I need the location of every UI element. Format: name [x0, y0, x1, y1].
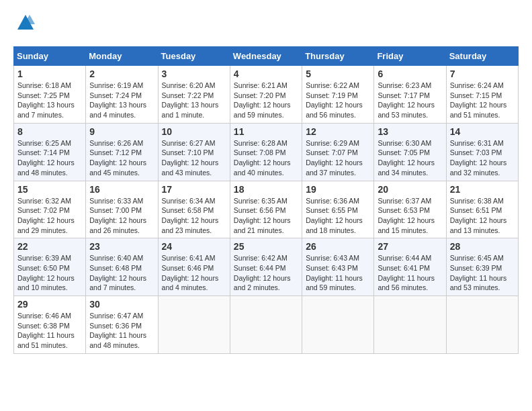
calendar-cell: [230, 296, 302, 354]
calendar-week-row: 29Sunrise: 6:46 AMSunset: 6:38 PMDayligh…: [14, 296, 519, 354]
column-header-saturday: Saturday: [446, 47, 518, 66]
day-number: 15: [17, 184, 82, 195]
day-info: Sunrise: 6:20 AMSunset: 7:22 PMDaylight:…: [162, 81, 226, 120]
column-header-friday: Friday: [374, 47, 446, 66]
calendar-cell: 10Sunrise: 6:27 AMSunset: 7:10 PMDayligh…: [158, 123, 230, 181]
day-info: Sunrise: 6:40 AMSunset: 6:48 PMDaylight:…: [89, 253, 154, 293]
calendar: SundayMondayTuesdayWednesdayThursdayFrid…: [13, 46, 519, 354]
day-number: 9: [89, 126, 154, 137]
day-info: Sunrise: 6:46 AMSunset: 6:38 PMDaylight:…: [17, 311, 82, 351]
calendar-cell: 29Sunrise: 6:46 AMSunset: 6:38 PMDayligh…: [14, 296, 86, 354]
column-header-thursday: Thursday: [302, 47, 374, 66]
calendar-cell: 15Sunrise: 6:32 AMSunset: 7:02 PMDayligh…: [14, 181, 86, 238]
day-info: Sunrise: 6:31 AMSunset: 7:03 PMDaylight:…: [450, 138, 515, 178]
day-info: Sunrise: 6:32 AMSunset: 7:02 PMDaylight:…: [17, 196, 82, 236]
day-number: 10: [162, 126, 226, 137]
day-number: 24: [162, 241, 226, 252]
calendar-cell: 14Sunrise: 6:31 AMSunset: 7:03 PMDayligh…: [446, 123, 518, 181]
calendar-cell: 19Sunrise: 6:36 AMSunset: 6:55 PMDayligh…: [302, 181, 374, 238]
logo: [13, 13, 35, 36]
day-number: 20: [378, 184, 442, 195]
calendar-cell: 21Sunrise: 6:38 AMSunset: 6:51 PMDayligh…: [446, 181, 518, 238]
day-number: 18: [234, 184, 298, 195]
calendar-cell: 30Sunrise: 6:47 AMSunset: 6:36 PMDayligh…: [86, 296, 158, 354]
day-number: 25: [234, 241, 298, 252]
calendar-cell: 6Sunrise: 6:23 AMSunset: 7:17 PMDaylight…: [374, 66, 446, 124]
calendar-cell: 27Sunrise: 6:44 AMSunset: 6:41 PMDayligh…: [374, 238, 446, 296]
day-number: 14: [450, 126, 515, 137]
day-info: Sunrise: 6:30 AMSunset: 7:05 PMDaylight:…: [378, 138, 442, 178]
calendar-cell: [374, 296, 446, 354]
day-number: 19: [306, 184, 370, 195]
calendar-week-row: 22Sunrise: 6:39 AMSunset: 6:50 PMDayligh…: [14, 238, 519, 296]
calendar-cell: 8Sunrise: 6:25 AMSunset: 7:14 PMDaylight…: [14, 123, 86, 181]
day-info: Sunrise: 6:25 AMSunset: 7:14 PMDaylight:…: [17, 138, 82, 178]
day-number: 5: [306, 68, 370, 79]
day-number: 7: [450, 68, 515, 79]
calendar-cell: 25Sunrise: 6:42 AMSunset: 6:44 PMDayligh…: [230, 238, 302, 296]
day-info: Sunrise: 6:41 AMSunset: 6:46 PMDaylight:…: [162, 253, 226, 293]
day-info: Sunrise: 6:28 AMSunset: 7:08 PMDaylight:…: [234, 138, 298, 178]
calendar-cell: 1Sunrise: 6:18 AMSunset: 7:25 PMDaylight…: [14, 66, 86, 124]
day-number: 8: [17, 126, 82, 137]
column-header-tuesday: Tuesday: [158, 47, 230, 66]
day-info: Sunrise: 6:18 AMSunset: 7:25 PMDaylight:…: [17, 81, 82, 120]
column-header-monday: Monday: [86, 47, 158, 66]
day-info: Sunrise: 6:27 AMSunset: 7:10 PMDaylight:…: [162, 138, 226, 178]
column-header-sunday: Sunday: [14, 47, 86, 66]
day-info: Sunrise: 6:24 AMSunset: 7:15 PMDaylight:…: [450, 81, 515, 120]
calendar-cell: 20Sunrise: 6:37 AMSunset: 6:53 PMDayligh…: [374, 181, 446, 238]
day-info: Sunrise: 6:37 AMSunset: 6:53 PMDaylight:…: [378, 196, 442, 236]
day-info: Sunrise: 6:47 AMSunset: 6:36 PMDaylight:…: [89, 311, 154, 351]
day-number: 29: [17, 299, 82, 310]
day-info: Sunrise: 6:29 AMSunset: 7:07 PMDaylight:…: [306, 138, 370, 178]
day-number: 21: [450, 184, 515, 195]
day-number: 22: [17, 241, 82, 252]
day-number: 12: [306, 126, 370, 137]
day-info: Sunrise: 6:38 AMSunset: 6:51 PMDaylight:…: [450, 196, 515, 236]
calendar-cell: 11Sunrise: 6:28 AMSunset: 7:08 PMDayligh…: [230, 123, 302, 181]
day-number: 23: [89, 241, 154, 252]
day-number: 13: [378, 126, 442, 137]
calendar-cell: 9Sunrise: 6:26 AMSunset: 7:12 PMDaylight…: [86, 123, 158, 181]
calendar-cell: 18Sunrise: 6:35 AMSunset: 6:56 PMDayligh…: [230, 181, 302, 238]
day-number: 6: [378, 68, 442, 79]
calendar-header-row: SundayMondayTuesdayWednesdayThursdayFrid…: [14, 47, 519, 66]
day-info: Sunrise: 6:33 AMSunset: 7:00 PMDaylight:…: [89, 196, 154, 236]
day-number: 30: [89, 299, 154, 310]
calendar-cell: 2Sunrise: 6:19 AMSunset: 7:24 PMDaylight…: [86, 66, 158, 124]
calendar-cell: 26Sunrise: 6:43 AMSunset: 6:43 PMDayligh…: [302, 238, 374, 296]
calendar-cell: 16Sunrise: 6:33 AMSunset: 7:00 PMDayligh…: [86, 181, 158, 238]
calendar-cell: 5Sunrise: 6:22 AMSunset: 7:19 PMDaylight…: [302, 66, 374, 124]
calendar-cell: 24Sunrise: 6:41 AMSunset: 6:46 PMDayligh…: [158, 238, 230, 296]
calendar-cell: 7Sunrise: 6:24 AMSunset: 7:15 PMDaylight…: [446, 66, 518, 124]
day-number: 3: [162, 68, 226, 79]
day-number: 4: [234, 68, 298, 79]
day-info: Sunrise: 6:43 AMSunset: 6:43 PMDaylight:…: [306, 253, 370, 293]
day-info: Sunrise: 6:21 AMSunset: 7:20 PMDaylight:…: [234, 81, 298, 120]
day-info: Sunrise: 6:19 AMSunset: 7:24 PMDaylight:…: [89, 81, 154, 120]
calendar-week-row: 8Sunrise: 6:25 AMSunset: 7:14 PMDaylight…: [14, 123, 519, 181]
logo-text: [13, 13, 35, 36]
day-number: 1: [17, 68, 82, 79]
calendar-cell: 17Sunrise: 6:34 AMSunset: 6:58 PMDayligh…: [158, 181, 230, 238]
day-info: Sunrise: 6:23 AMSunset: 7:17 PMDaylight:…: [378, 81, 442, 120]
logo-icon: [16, 13, 35, 32]
calendar-cell: 12Sunrise: 6:29 AMSunset: 7:07 PMDayligh…: [302, 123, 374, 181]
day-info: Sunrise: 6:39 AMSunset: 6:50 PMDaylight:…: [17, 253, 82, 293]
day-info: Sunrise: 6:26 AMSunset: 7:12 PMDaylight:…: [89, 138, 154, 178]
calendar-cell: 23Sunrise: 6:40 AMSunset: 6:48 PMDayligh…: [86, 238, 158, 296]
day-info: Sunrise: 6:35 AMSunset: 6:56 PMDaylight:…: [234, 196, 298, 236]
day-number: 16: [89, 184, 154, 195]
day-info: Sunrise: 6:44 AMSunset: 6:41 PMDaylight:…: [378, 253, 442, 293]
day-number: 27: [378, 241, 442, 252]
calendar-cell: 4Sunrise: 6:21 AMSunset: 7:20 PMDaylight…: [230, 66, 302, 124]
day-number: 17: [162, 184, 226, 195]
day-info: Sunrise: 6:45 AMSunset: 6:39 PMDaylight:…: [450, 253, 515, 293]
day-number: 28: [450, 241, 515, 252]
column-header-wednesday: Wednesday: [230, 47, 302, 66]
calendar-cell: 3Sunrise: 6:20 AMSunset: 7:22 PMDaylight…: [158, 66, 230, 124]
day-info: Sunrise: 6:22 AMSunset: 7:19 PMDaylight:…: [306, 81, 370, 120]
day-number: 2: [89, 68, 154, 79]
day-info: Sunrise: 6:42 AMSunset: 6:44 PMDaylight:…: [234, 253, 298, 293]
